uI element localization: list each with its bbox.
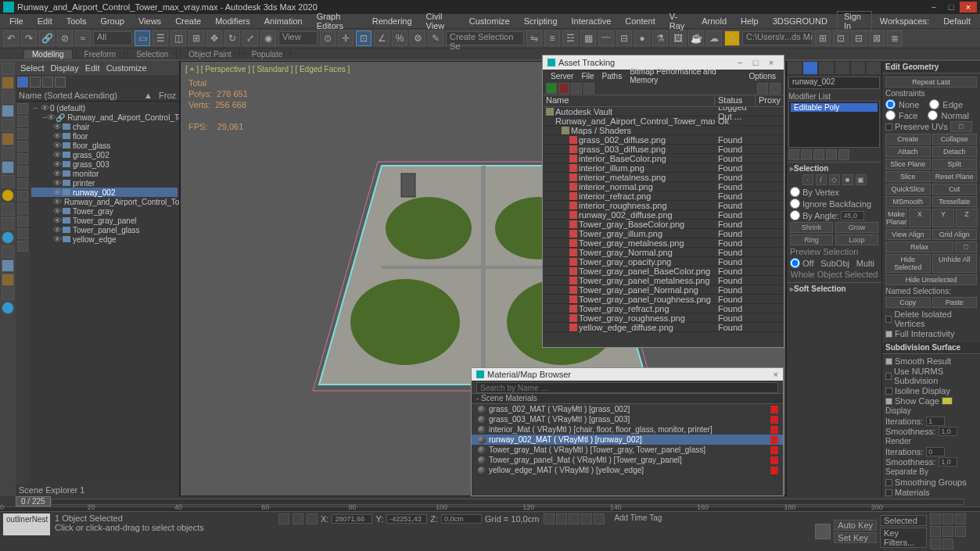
snap-toggle-icon[interactable]: ⊡ bbox=[356, 30, 372, 46]
snap-move-icon[interactable]: ✛ bbox=[338, 30, 354, 46]
grow-button[interactable]: Grow bbox=[835, 222, 878, 233]
detach-button[interactable]: Detach bbox=[932, 146, 978, 157]
asset-tb-icon[interactable] bbox=[770, 83, 781, 94]
mat-search-input[interactable] bbox=[476, 382, 778, 393]
asset-tb-refresh-icon[interactable] bbox=[546, 83, 557, 94]
scene-tb-icon[interactable] bbox=[30, 77, 41, 88]
unhide-all-button[interactable]: Unhide All bbox=[932, 254, 978, 273]
menu-vray[interactable]: V-Ray bbox=[663, 12, 694, 30]
lock-icon[interactable] bbox=[278, 513, 289, 524]
filter-icon[interactable] bbox=[17, 241, 28, 252]
select-name-icon[interactable]: ☰ bbox=[153, 30, 168, 46]
goto-end-icon[interactable] bbox=[594, 513, 605, 524]
asset-menu-paths[interactable]: Paths bbox=[599, 72, 626, 81]
asset-row[interactable]: Tower_gray_metalness.pngFound bbox=[543, 238, 784, 248]
scene-node[interactable]: 👁monitor bbox=[31, 169, 178, 178]
asset-row[interactable]: grass_003_diffuse.pngFound bbox=[543, 145, 784, 154]
maxscript-mini[interactable]: outlinerNest bbox=[3, 513, 50, 535]
lt-btn[interactable] bbox=[2, 288, 14, 300]
object-name-field[interactable]: runway_002 bbox=[788, 77, 880, 89]
filter-icon[interactable] bbox=[17, 128, 28, 139]
ribbon-modeling[interactable]: Modeling bbox=[23, 50, 73, 59]
nav-pan-icon[interactable] bbox=[942, 526, 953, 537]
asset-row[interactable]: interior_roughness.pngFound bbox=[543, 201, 784, 210]
selection-rollout[interactable]: Selection bbox=[790, 164, 878, 173]
nav-zoom-all-icon[interactable] bbox=[942, 513, 953, 524]
add-time-tag[interactable]: Add Time Tag bbox=[614, 513, 662, 522]
create-tab-icon[interactable] bbox=[787, 61, 802, 75]
asset-row[interactable]: Tower_gray_roughness.pngFound bbox=[543, 313, 784, 323]
unlink-icon[interactable]: ⊘ bbox=[57, 30, 73, 46]
filter-icon[interactable] bbox=[17, 203, 28, 214]
make-planar-button[interactable]: Make Planar bbox=[885, 209, 907, 227]
scene-customize[interactable]: Customize bbox=[106, 63, 147, 73]
sep-smoothing-check[interactable] bbox=[885, 479, 892, 486]
material-row[interactable]: runway_002_MAT ( VRayMtl ) [runway_002] bbox=[472, 435, 783, 445]
asset-row[interactable]: interior_illum.pngFound bbox=[543, 163, 784, 173]
menu-civil-view[interactable]: Civil View bbox=[420, 12, 461, 30]
coord-y[interactable]: -42251,43 bbox=[386, 514, 427, 524]
workspaces-value[interactable]: Default bbox=[937, 16, 977, 26]
tessellate-button[interactable]: Tessellate bbox=[932, 196, 978, 207]
minimize-button[interactable]: − bbox=[925, 2, 942, 13]
constraint-face[interactable] bbox=[885, 110, 896, 120]
asset-tb-icon[interactable] bbox=[558, 83, 569, 94]
filter-icon[interactable] bbox=[17, 216, 28, 227]
asset-row[interactable]: interior_normal.pngFound bbox=[543, 182, 784, 191]
polygon-so-icon[interactable]: ■ bbox=[842, 174, 853, 185]
split-button[interactable]: Split bbox=[932, 159, 978, 170]
lt-btn[interactable] bbox=[2, 203, 14, 216]
display-iterations[interactable]: 1 bbox=[926, 417, 945, 426]
nav-fov-icon[interactable] bbox=[955, 513, 966, 524]
scene-tb-pin-icon[interactable] bbox=[17, 77, 28, 88]
asset-row[interactable]: runway_002_diffuse.pngFound bbox=[543, 210, 784, 220]
lt-btn[interactable] bbox=[2, 147, 14, 159]
scene-node[interactable]: 👁printer bbox=[31, 178, 178, 188]
lt-btn[interactable] bbox=[2, 119, 14, 131]
menu-3dsground[interactable]: 3DSGROUND bbox=[766, 16, 834, 26]
asset-row[interactable]: interior_refract.pngFound bbox=[543, 191, 784, 201]
hide-unselected-button[interactable]: Hide Unselected bbox=[885, 274, 977, 285]
timeline-ruler[interactable]: 020406080100120140160180200225 bbox=[0, 506, 980, 512]
lt-btn[interactable] bbox=[2, 274, 14, 286]
time-slider-track[interactable] bbox=[51, 499, 964, 505]
scene-display[interactable]: Display bbox=[51, 63, 79, 73]
asset-row[interactable]: Runway_and_Airport_Control_Tower_max_vra… bbox=[543, 116, 784, 126]
menu-arnold[interactable]: Arnold bbox=[695, 16, 733, 26]
copy-button[interactable]: Copy bbox=[885, 297, 931, 308]
scene-tb-icon[interactable] bbox=[55, 77, 66, 88]
edit-geom-header[interactable]: Edit Geometry bbox=[882, 61, 980, 73]
nav-maximize-icon[interactable] bbox=[942, 538, 953, 549]
nav-zoom-region-icon[interactable] bbox=[930, 526, 941, 537]
scene-node[interactable]: −👁🔗 Runway_and_Airport_Control_Tower bbox=[31, 113, 178, 122]
scene-node[interactable]: 👁Tower_gray bbox=[31, 206, 178, 216]
mat-list[interactable]: grass_002_MAT ( VRayMtl ) [grass_002]gra… bbox=[472, 404, 783, 496]
key-target-dropdown[interactable]: Selected bbox=[880, 515, 927, 526]
menu-file[interactable]: File bbox=[3, 16, 30, 26]
scene-node[interactable]: 👁Tower_panel_glass bbox=[31, 225, 178, 234]
scene-node[interactable]: −👁0 (default) bbox=[31, 103, 178, 113]
material-editor-icon[interactable]: ● bbox=[634, 30, 650, 46]
preserve-uvs-settings[interactable]: □ bbox=[950, 121, 972, 132]
asset-col-status[interactable]: Status bbox=[715, 95, 756, 106]
angle-snap-icon[interactable]: ∠ bbox=[374, 30, 389, 46]
curve-editor-icon[interactable]: 〰 bbox=[598, 30, 614, 46]
menu-content[interactable]: Content bbox=[619, 16, 662, 26]
tool-c-icon[interactable]: ⊟ bbox=[851, 30, 867, 46]
lt-btn[interactable] bbox=[2, 63, 14, 75]
selection-lock-icon[interactable] bbox=[307, 513, 318, 524]
render-iterations[interactable]: 0 bbox=[926, 447, 945, 456]
render-online-icon[interactable]: ☁ bbox=[706, 30, 722, 46]
toggle-ribbon-icon[interactable]: ▦ bbox=[580, 30, 596, 46]
soft-selection-rollout[interactable]: Soft Selection bbox=[790, 284, 878, 293]
asset-row[interactable]: Maps / Shaders bbox=[543, 126, 784, 135]
menu-scripting[interactable]: Scripting bbox=[518, 16, 564, 26]
element-so-icon[interactable]: ▣ bbox=[856, 174, 867, 185]
coord-x[interactable]: 28071,68 bbox=[332, 514, 372, 524]
move-icon[interactable]: ✥ bbox=[206, 30, 222, 46]
lt-btn[interactable] bbox=[2, 302, 14, 314]
ignore-backfacing-check[interactable] bbox=[790, 199, 800, 209]
lt-btn[interactable] bbox=[2, 217, 14, 230]
asset-tb-icon[interactable] bbox=[757, 83, 768, 94]
menu-help[interactable]: Help bbox=[734, 16, 765, 26]
